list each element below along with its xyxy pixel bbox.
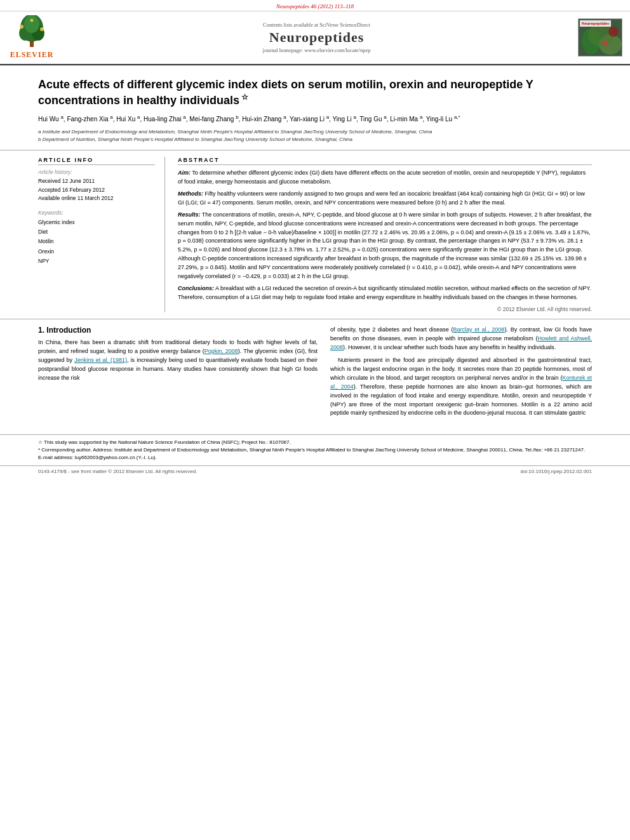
abstract-heading: ABSTRACT (178, 157, 592, 165)
footnote-email: E-mail address: luy662003@yahoo.com.cn (… (38, 454, 592, 462)
abstract-results: Results: The concentrations of motilin, … (178, 211, 592, 282)
methods-label: Methods: (178, 190, 203, 197)
contents-available-line: Contents lists available at SciVerse Sci… (263, 22, 370, 28)
article-info-heading: ARTICLE INFO (38, 157, 155, 165)
abstract-methods: Methods: Fifty healthy volunteers were r… (178, 190, 592, 208)
ref-barclay: Barclay et al., 2008 (453, 326, 505, 333)
svg-point-6 (40, 27, 44, 31)
journal-title: Neuropeptides (269, 29, 365, 46)
elsevier-label: ELSEVIER (10, 50, 54, 60)
body-right-column: of obesity, type 2 diabetes and heart di… (330, 326, 592, 422)
affiliation-b: b Department of Nutrition, Shanghai Nint… (38, 136, 592, 143)
right-para2: Nutrients present in the food are princi… (330, 356, 592, 418)
cover-image-box: Neuropeptides (578, 18, 622, 57)
top-bar: Neuropeptides 46 (2012) 113–118 (0, 0, 630, 11)
intro-para1: In China, there has been a dramatic shif… (38, 338, 318, 383)
keywords-section: Keywords: Glycemic index Diet Motilin Or… (38, 210, 155, 266)
footer-bar: 0143-4179/$ - see front matter © 2012 El… (0, 465, 630, 477)
svg-point-5 (20, 25, 23, 29)
body-left-column: 1. Introduction In China, there has been… (38, 326, 318, 422)
available-online-date: Available online 11 March 2012 (38, 194, 155, 203)
article-info-abstract: ARTICLE INFO Article history: Received 1… (0, 150, 630, 319)
accepted-date: Accepted 16 February 2012 (38, 186, 155, 195)
ref-jenkins: Jenkins et al. (1981) (74, 357, 127, 363)
abstract-aim: Aim: To determine whether different glyc… (178, 169, 592, 187)
keywords-label: Keywords: (38, 210, 155, 216)
journal-homepage: journal homepage: www.elsevier.com/locat… (263, 47, 371, 53)
svg-point-13 (602, 40, 608, 46)
aim-label: Aim: (178, 170, 191, 176)
abstract-text: Aim: To determine whether different glyc… (178, 169, 592, 302)
ref-howlett: Howlett and Ashwell, 2008 (330, 335, 592, 350)
abstract-conclusions: Conclusions: A breakfast with a LGI redu… (178, 284, 592, 302)
footnote-corresponding: * Corresponding author. Address: Institu… (38, 446, 592, 454)
star-marker: ☆ (239, 93, 248, 102)
header-top: ELSEVIER Contents lists available at Sci… (0, 11, 630, 64)
right-para1: of obesity, type 2 diabetes and heart di… (330, 326, 592, 352)
footnotes: ☆ This study was supported by the Nation… (0, 434, 630, 465)
journal-info-center: Contents lists available at SciVerse Sci… (62, 15, 571, 60)
keyword-diet: Diet (38, 227, 155, 237)
article-header: Acute effects of different glycemic inde… (0, 65, 630, 150)
intro-text-right: of obesity, type 2 diabetes and heart di… (330, 326, 592, 418)
journal-header: ELSEVIER Contents lists available at Sci… (0, 11, 630, 65)
keyword-orexin: Orexin (38, 247, 155, 257)
body-content: 1. Introduction In China, there has been… (0, 319, 630, 428)
footer-doi: doi:10.1016/j.npep.2012.02.001 (520, 469, 592, 474)
elsevier-logo: ELSEVIER (6, 15, 57, 60)
affiliation-a: a Institute and Department of Endocrinol… (38, 128, 592, 136)
journal-reference: Neuropeptides 46 (2012) 113–118 (276, 3, 354, 10)
abstract-column: ABSTRACT Aim: To determine whether diffe… (178, 157, 592, 312)
intro-text-left: In China, there has been a dramatic shif… (38, 338, 318, 383)
conclusions-label: Conclusions: (178, 285, 214, 291)
ref-popkin: Popkin, 2008 (204, 348, 238, 354)
authors-line: Hui Wu a, Fang-zhen Xia a, Hui Xu a, Hua… (38, 114, 592, 124)
elsevier-tree-icon (13, 15, 51, 50)
history-label: Article history: (38, 169, 155, 175)
received-date: Received 12 June 2011 (38, 177, 155, 186)
keyword-npy: NPY (38, 257, 155, 266)
svg-point-12 (608, 27, 619, 37)
section1-title: 1. Introduction (38, 326, 318, 335)
keyword-glycemic-index: Glycemic index (38, 218, 155, 227)
copyright-line: © 2012 Elsevier Ltd. All rights reserved… (178, 306, 592, 312)
results-label: Results: (178, 211, 201, 218)
footnote-star: ☆ This study was supported by the Nation… (38, 439, 592, 446)
ref-konturek: Konturek et al., 2004 (330, 375, 592, 390)
cover-label: Neuropeptides (580, 20, 611, 27)
svg-point-4 (24, 15, 39, 33)
article-info-column: ARTICLE INFO Article history: Received 1… (38, 157, 165, 312)
journal-cover-image: Neuropeptides (576, 15, 624, 60)
svg-point-7 (30, 19, 34, 22)
article-title: Acute effects of different glycemic inde… (38, 77, 592, 109)
keyword-motilin: Motilin (38, 237, 155, 246)
footer-issn: 0143-4179/$ - see front matter © 2012 El… (38, 469, 197, 474)
